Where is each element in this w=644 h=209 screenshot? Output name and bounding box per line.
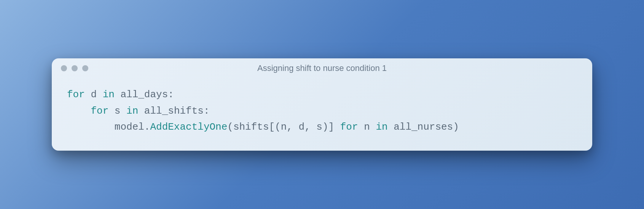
keyword-in: in [126,105,138,117]
keyword-in: in [103,89,115,100]
minimize-icon[interactable] [72,65,78,71]
titlebar: Assigning shift to nurse condition 1 [52,58,592,75]
code-text: model. [115,121,150,133]
close-icon[interactable] [61,65,67,71]
code-block: for d in all_days: for s in all_shifts: … [52,75,592,151]
keyword-in: in [376,121,387,133]
maximize-icon[interactable] [82,65,88,71]
code-text: all_shifts: [138,105,209,117]
traffic-lights [61,65,88,71]
code-indent [67,105,91,117]
code-text: d [85,89,103,100]
keyword-for: for [340,121,358,133]
code-indent [67,121,115,133]
keyword-for: for [67,89,85,100]
keyword-for: for [91,105,108,117]
code-text: all_nurses) [388,121,459,133]
code-text: s [108,105,126,117]
code-text: all_days: [115,89,174,100]
code-text: n [358,121,376,133]
code-window: Assigning shift to nurse condition 1 for… [52,58,592,151]
window-title: Assigning shift to nurse condition 1 [257,63,387,73]
code-text: (shifts[(n, d, s)] [227,121,340,133]
function-name: AddExactlyOne [150,121,227,133]
